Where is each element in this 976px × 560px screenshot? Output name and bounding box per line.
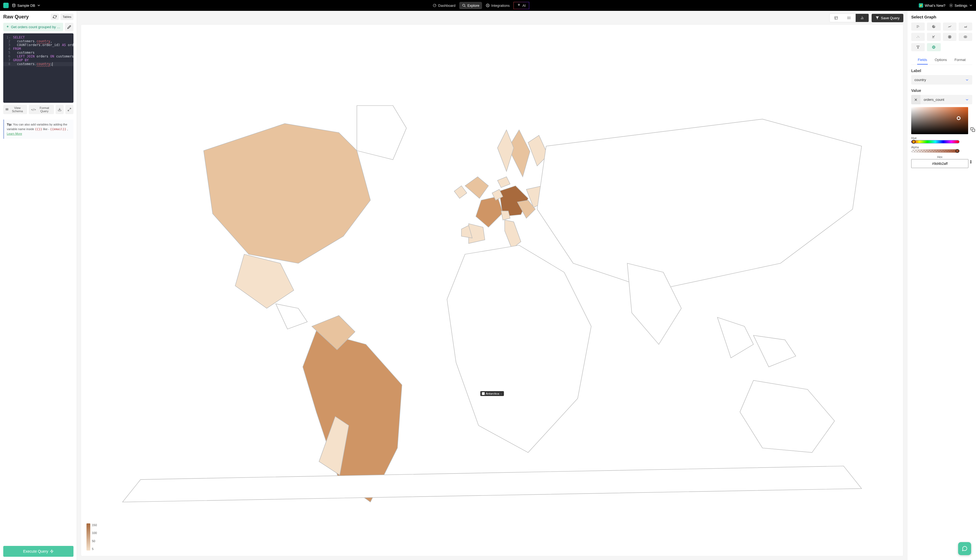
svg-point-24 — [917, 37, 918, 38]
svg-rect-36 — [972, 129, 975, 132]
sparkle-icon — [6, 25, 9, 29]
save-query-button[interactable]: Save Query — [872, 14, 903, 22]
svg-point-26 — [919, 37, 919, 37]
nav-ai[interactable]: AI — [514, 2, 529, 9]
tab-options[interactable]: Options — [934, 55, 948, 65]
radar-icon — [948, 35, 952, 39]
database-picker[interactable]: Sample DB — [12, 3, 41, 8]
sql-editor[interactable]: 1▾SELECT 2 customers.country, 3 COUNT(or… — [3, 33, 73, 103]
learn-more-link[interactable]: Learn More — [7, 132, 22, 135]
svg-point-3 — [487, 5, 488, 6]
database-icon — [12, 3, 16, 7]
alpha-handle[interactable] — [955, 149, 959, 153]
nav-dashboard[interactable]: Dashboard — [430, 2, 458, 9]
svg-rect-6 — [6, 110, 8, 110]
chart-type-area[interactable] — [959, 22, 972, 31]
chevron-down-icon — [969, 3, 973, 7]
chevron-down-icon — [37, 3, 41, 7]
pencil-icon — [67, 25, 71, 29]
saturation-handle[interactable] — [957, 116, 961, 120]
grid-icon — [834, 16, 838, 20]
svg-marker-7 — [50, 550, 53, 553]
chart-type-radar[interactable] — [943, 33, 956, 41]
app-logo[interactable] — [3, 3, 9, 8]
sparkle-icon — [517, 3, 521, 7]
copy-icon — [970, 127, 975, 132]
panel-title: Select Graph — [911, 15, 972, 19]
bar-chart-icon — [860, 16, 864, 20]
list-view-button[interactable] — [843, 14, 856, 22]
settings-menu[interactable]: Settings — [949, 3, 973, 8]
map-tooltip: Antarctica: - — [480, 391, 504, 396]
hue-slider[interactable] — [911, 140, 959, 143]
download-icon — [58, 108, 62, 112]
tab-fields[interactable]: Fields — [917, 55, 928, 65]
tip-callout: Tip: You can also add variables by addin… — [3, 120, 73, 139]
layers-icon — [5, 108, 9, 112]
label-field-select[interactable]: country — [911, 75, 972, 85]
hex-spin-down[interactable]: ▼ — [969, 162, 972, 164]
svg-point-2 — [462, 4, 465, 6]
tables-button[interactable]: Tables — [60, 13, 73, 20]
line-icon — [948, 25, 952, 28]
list-icon — [847, 16, 851, 20]
search-icon — [462, 3, 466, 7]
edit-prompt-button[interactable] — [65, 23, 73, 31]
svg-point-0 — [12, 4, 15, 5]
svg-marker-20 — [876, 17, 879, 20]
map-legend: 150 100 50 5 — [87, 523, 97, 550]
ai-prompt-chip[interactable]: Get orders count grouped by cust… — [3, 23, 63, 31]
world-choropleth-map[interactable]: Antarctica: - 150 100 50 5 — [81, 24, 903, 556]
gauge-icon — [433, 3, 437, 7]
saturation-picker[interactable] — [911, 107, 968, 134]
hue-handle[interactable] — [912, 140, 916, 144]
chart-type-world-map[interactable] — [927, 43, 941, 51]
expand-icon — [67, 108, 71, 112]
refresh-icon — [53, 15, 57, 19]
chart-type-line[interactable] — [943, 22, 956, 31]
alpha-slider[interactable] — [911, 149, 959, 153]
chart-type-bar-horizontal[interactable] — [911, 22, 925, 31]
remove-value-button[interactable] — [911, 95, 921, 104]
tab-format[interactable]: Format — [954, 55, 966, 65]
chat-icon — [962, 546, 968, 552]
chat-fab[interactable] — [958, 542, 971, 555]
format-query-button[interactable]: </> Format Query — [29, 105, 54, 114]
chevron-down-icon — [965, 98, 969, 102]
chevron-down-icon — [965, 78, 969, 82]
globe-icon — [932, 45, 936, 49]
scatter-icon — [916, 35, 920, 39]
chart-type-pie[interactable] — [927, 22, 941, 31]
label-heading: Label — [911, 68, 972, 73]
expand-button[interactable] — [65, 105, 73, 114]
value-field-select[interactable]: orders_count — [921, 95, 972, 104]
copy-color-button[interactable] — [970, 127, 975, 133]
combo-icon — [932, 35, 936, 39]
view-schema-button[interactable]: View Schema — [3, 105, 27, 114]
filter-icon — [876, 16, 879, 20]
chart-type-venn[interactable] — [959, 33, 972, 41]
gear-icon — [486, 3, 490, 7]
chart-type-scatter[interactable] — [911, 33, 925, 41]
chart-type-combo[interactable] — [927, 33, 941, 41]
venn-icon — [964, 35, 967, 39]
table-view-button[interactable] — [829, 14, 843, 22]
nav-integrations[interactable]: Integrations — [483, 2, 512, 9]
value-heading: Value — [911, 88, 972, 93]
pie-icon — [932, 25, 936, 28]
svg-marker-32 — [917, 46, 919, 48]
area-icon — [964, 25, 967, 28]
hex-input[interactable] — [911, 159, 968, 168]
result-view-toggle — [829, 13, 869, 22]
refresh-button[interactable] — [51, 13, 59, 20]
whats-new-link[interactable]: ⚡ What's New? — [919, 3, 945, 8]
nav-explore[interactable]: Explore — [459, 2, 482, 9]
svg-point-25 — [918, 36, 918, 37]
chart-type-funnel[interactable] — [911, 43, 925, 51]
chart-view-button[interactable] — [856, 14, 869, 22]
download-button[interactable] — [55, 105, 64, 114]
hbar-icon — [916, 25, 920, 28]
funnel-icon — [916, 45, 920, 49]
execute-query-button[interactable]: Execute Query — [3, 546, 73, 557]
gear-icon — [949, 3, 953, 7]
